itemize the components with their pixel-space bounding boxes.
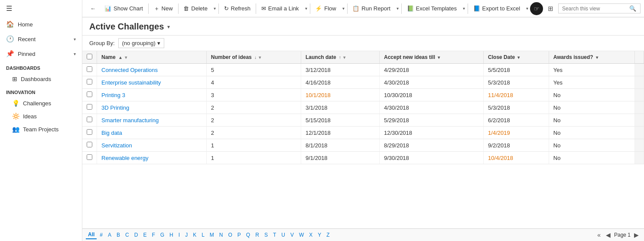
- alpha-item-z[interactable]: Z: [324, 231, 332, 239]
- sidebar-item-challenges[interactable]: 💡 Challenges: [0, 97, 82, 110]
- row-accept: 5/29/2018: [379, 114, 483, 127]
- alpha-item-n[interactable]: N: [217, 231, 225, 239]
- alpha-item-d[interactable]: D: [132, 231, 140, 239]
- table-body: Connected Operations 5 3/12/2018 4/29/20…: [82, 64, 644, 164]
- alpha-item-r[interactable]: R: [253, 231, 261, 239]
- search-input[interactable]: [562, 6, 627, 12]
- alpha-item-o[interactable]: O: [226, 231, 234, 239]
- view-title-chevron-icon[interactable]: ▾: [167, 24, 170, 30]
- page-next-button[interactable]: ▶: [632, 231, 641, 239]
- separator-8: [468, 3, 468, 14]
- th-close[interactable]: Close Date ▾: [484, 51, 549, 64]
- sidebar-item-dashboards[interactable]: ⊞ Dashboards: [0, 72, 82, 85]
- sidebar-item-pinned[interactable]: 📌 Pinned ▾: [0, 46, 82, 61]
- refresh-button[interactable]: ↻ Refresh: [220, 3, 255, 14]
- delete-icon: 🗑: [183, 5, 189, 12]
- alpha-item-e[interactable]: E: [141, 231, 149, 239]
- pinned-chevron-icon: ▾: [74, 52, 76, 56]
- row-checkbox[interactable]: [87, 104, 92, 110]
- alpha-item-a[interactable]: A: [106, 231, 114, 239]
- alpha-item-v[interactable]: V: [288, 231, 296, 239]
- page-prev-button[interactable]: ◀: [604, 231, 612, 239]
- excel-templates-button[interactable]: 📗 Excel Templates: [403, 3, 461, 14]
- row-checkbox[interactable]: [87, 66, 92, 72]
- new-button[interactable]: ＋ New: [150, 3, 177, 15]
- sidebar-item-ideas[interactable]: 🔆 Ideas: [0, 110, 82, 123]
- alpha-item-s[interactable]: S: [262, 231, 270, 239]
- row-ideas: 1: [206, 139, 301, 152]
- delete-dropdown-arrow[interactable]: ▾: [212, 4, 218, 13]
- row-checkbox[interactable]: [87, 129, 92, 135]
- row-checkbox[interactable]: [87, 79, 92, 85]
- email-link-button[interactable]: ✉ Email a Link: [257, 3, 303, 14]
- alpha-item-m[interactable]: M: [208, 231, 216, 239]
- alpha-item-x[interactable]: X: [307, 231, 315, 239]
- run-report-button[interactable]: 📋 Run Report: [348, 3, 394, 14]
- row-name[interactable]: Smarter manufacturing: [97, 114, 207, 127]
- row-name[interactable]: 3D Printing: [97, 101, 207, 114]
- page-first-button[interactable]: «: [595, 231, 602, 239]
- th-accept[interactable]: Accept new ideas till ▾: [379, 51, 483, 64]
- row-name[interactable]: Big data: [97, 127, 207, 139]
- row-name[interactable]: Renewable energy: [97, 152, 207, 164]
- alpha-item-u[interactable]: U: [279, 231, 287, 239]
- filter-icon[interactable]: ⊞: [546, 3, 556, 15]
- th-resize[interactable]: [635, 51, 644, 64]
- show-chart-button[interactable]: 📊 Show Chart: [100, 3, 147, 14]
- th-awards[interactable]: Awards issued? ▾: [549, 51, 634, 64]
- row-checkbox[interactable]: [87, 154, 92, 160]
- table-row: Servitization 1 8/1/2018 8/29/2018 9/2/2…: [82, 139, 644, 152]
- delete-button[interactable]: 🗑 Delete: [179, 3, 212, 14]
- row-checkbox[interactable]: [87, 91, 92, 97]
- th-ideas[interactable]: Number of ideas ↓ ▾: [206, 51, 301, 64]
- alpha-item-l[interactable]: L: [199, 231, 207, 239]
- table-row: 3D Printing 2 3/1/2018 4/30/2018 5/3/201…: [82, 101, 644, 114]
- table-row: Smarter manufacturing 2 5/15/2018 5/29/2…: [82, 114, 644, 127]
- flow-dropdown-arrow[interactable]: ▾: [341, 4, 346, 13]
- row-name[interactable]: Enterprise sustainability: [97, 76, 207, 89]
- alpha-item-h[interactable]: H: [167, 231, 176, 239]
- alpha-item-y[interactable]: Y: [315, 231, 323, 239]
- sidebar-item-home[interactable]: 🏠 Home: [0, 17, 82, 32]
- row-name[interactable]: Printing 3: [97, 89, 207, 101]
- table-row: Printing 3 3 10/1/2018 10/30/2018 11/4/2…: [82, 89, 644, 101]
- row-name[interactable]: Connected Operations: [97, 64, 207, 76]
- alpha-item-j[interactable]: J: [183, 231, 190, 239]
- alpha-item-w[interactable]: W: [297, 231, 306, 239]
- th-name[interactable]: Name ▲ ▾: [97, 51, 207, 64]
- hamburger-button[interactable]: ☰: [0, 0, 82, 17]
- alpha-item-c[interactable]: C: [123, 231, 131, 239]
- th-ideas-label: Number of ideas: [211, 54, 252, 60]
- row-checkbox[interactable]: [87, 142, 92, 147]
- export-excel-button[interactable]: 📘 Export to Excel: [469, 3, 524, 14]
- th-launch[interactable]: Launch date ↑ ▾: [301, 51, 379, 64]
- alpha-item-all[interactable]: All: [86, 231, 97, 239]
- alpha-item-i[interactable]: I: [176, 231, 182, 239]
- row-awards: No: [549, 101, 634, 114]
- flow-button[interactable]: ⚡ Flow: [311, 3, 340, 14]
- sidebar-item-recent[interactable]: 🕐 Recent ▾: [0, 32, 82, 46]
- email-dropdown-arrow[interactable]: ▾: [303, 4, 309, 13]
- alpha-item-g[interactable]: G: [158, 231, 166, 239]
- run-report-dropdown-arrow[interactable]: ▾: [395, 4, 400, 13]
- th-accept-sort-icon: ▾: [438, 55, 440, 60]
- alpha-item-f[interactable]: F: [150, 231, 157, 239]
- alpha-item-b[interactable]: B: [114, 231, 122, 239]
- alpha-item-p[interactable]: P: [235, 231, 243, 239]
- group-by-select[interactable]: (no grouping) ▾: [118, 38, 164, 48]
- sidebar-item-team-projects[interactable]: 👥 Team Projects: [0, 123, 82, 136]
- row-checkbox[interactable]: [87, 117, 92, 122]
- alpha-item-k[interactable]: K: [191, 231, 198, 239]
- alpha-item-q[interactable]: Q: [244, 231, 252, 239]
- dashboards-icon: ⊞: [12, 75, 17, 82]
- row-name[interactable]: Servitization: [97, 139, 207, 152]
- th-launch-sort-icon: ↑: [339, 55, 341, 60]
- alpha-item-t[interactable]: T: [271, 231, 278, 239]
- separator-7: [401, 3, 402, 14]
- select-all-checkbox[interactable]: [87, 54, 92, 59]
- back-button[interactable]: ←: [86, 3, 100, 14]
- export-excel-dropdown-arrow[interactable]: ▾: [524, 4, 530, 13]
- table-row: Big data 2 12/1/2018 12/30/2018 1/4/2019…: [82, 127, 644, 139]
- excel-templates-dropdown-arrow[interactable]: ▾: [461, 4, 467, 13]
- alpha-item-#[interactable]: #: [98, 231, 105, 239]
